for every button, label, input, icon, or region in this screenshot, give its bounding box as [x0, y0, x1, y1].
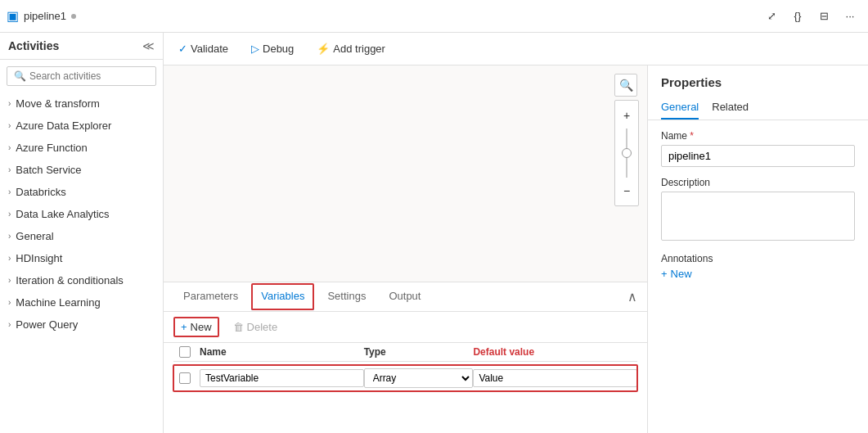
- plus-icon: +: [181, 321, 187, 333]
- description-field: Description: [661, 177, 855, 243]
- row-checkbox[interactable]: [179, 372, 191, 384]
- zoom-out-button[interactable]: −: [615, 179, 638, 202]
- add-trigger-button[interactable]: ⚡ Add trigger: [312, 39, 390, 58]
- info-icon-btn[interactable]: ⊟: [812, 5, 835, 28]
- top-bar-left: ▣ pipeline1: [7, 8, 753, 24]
- header-check: [173, 346, 196, 358]
- sidebar-header: Activities ≪: [0, 33, 163, 60]
- search-input[interactable]: [29, 70, 152, 82]
- main-layout: Activities ≪ 🔍 › Move & transform › Azur…: [0, 33, 868, 433]
- sidebar-items: › Move & transform › Azure Data Explorer…: [0, 92, 163, 433]
- tab-parameters[interactable]: Parameters: [173, 283, 248, 310]
- delete-icon: 🗑: [233, 321, 244, 333]
- annotations-label: Annotations: [661, 253, 855, 264]
- select-all-checkbox[interactable]: [179, 346, 191, 358]
- sidebar-item-data-lake-analytics[interactable]: › Data Lake Analytics: [0, 203, 163, 225]
- code-icon-btn[interactable]: {}: [786, 5, 809, 28]
- tab-variables[interactable]: Variables: [251, 283, 314, 310]
- chevron-icon: ›: [8, 165, 11, 174]
- chevron-icon: ›: [8, 210, 11, 219]
- sidebar-item-label: Data Lake Analytics: [16, 208, 109, 220]
- sidebar-item-machine-learning[interactable]: › Machine Learning: [0, 291, 163, 313]
- sidebar-item-move-transform[interactable]: › Move & transform: [0, 92, 163, 115]
- sidebar-item-label: General: [16, 230, 53, 242]
- sidebar-item-hdinsight[interactable]: › HDInsight: [0, 247, 163, 269]
- name-field: Name *: [661, 130, 855, 167]
- delete-btn-label: Delete: [247, 321, 278, 333]
- top-bar-right: ⤢ {} ⊟ ···: [760, 5, 861, 28]
- chevron-icon: ›: [8, 276, 11, 285]
- sidebar-title: Activities: [8, 39, 59, 52]
- sidebar-item-azure-function[interactable]: › Azure Function: [0, 137, 163, 159]
- debug-icon: ▷: [251, 43, 259, 55]
- sidebar-item-label: HDInsight: [16, 252, 62, 264]
- sidebar-item-label: Databricks: [16, 186, 65, 198]
- header-type: Type: [364, 346, 474, 358]
- chevron-icon: ›: [8, 143, 11, 152]
- chevron-icon: ›: [8, 187, 11, 196]
- expand-icon-btn[interactable]: ⤢: [760, 5, 783, 28]
- sidebar-item-iteration-conditionals[interactable]: › Iteration & conditionals: [0, 269, 163, 291]
- right-tabs: General Related: [648, 96, 868, 120]
- collapse-icon[interactable]: ≪: [142, 39, 155, 52]
- required-star: *: [690, 130, 694, 142]
- tab-general[interactable]: General: [661, 96, 699, 120]
- bottom-panel: Parameters Variables Settings Output ∧: [164, 282, 647, 433]
- delete-variable-button[interactable]: 🗑 Delete: [226, 317, 286, 337]
- debug-label: Debug: [263, 43, 294, 55]
- right-panel: Properties General Related Name *: [647, 65, 868, 433]
- new-variable-button[interactable]: + New: [173, 317, 219, 337]
- zoom-slider-container: + −: [614, 100, 639, 206]
- sidebar-item-azure-data-explorer[interactable]: › Azure Data Explorer: [0, 115, 163, 137]
- canvas-area: 🔍 + −: [164, 65, 647, 282]
- search-icon: 🔍: [14, 70, 26, 82]
- variable-type-select[interactable]: Array String Boolean Integer: [364, 368, 474, 388]
- pipeline-title: pipeline1: [24, 10, 66, 22]
- chevron-icon: ›: [8, 320, 11, 329]
- validate-button[interactable]: ✓ Validate: [173, 39, 233, 58]
- unsaved-indicator: [71, 14, 76, 19]
- toolbar: ✓ Validate ▷ Debug ⚡ Add trigger: [164, 33, 868, 65]
- chevron-icon: ›: [8, 99, 11, 108]
- plus-icon: +: [661, 268, 668, 280]
- tab-settings[interactable]: Settings: [317, 283, 376, 310]
- chevron-icon: ›: [8, 254, 11, 263]
- more-icon-btn[interactable]: ···: [839, 5, 861, 28]
- sidebar-item-power-query[interactable]: › Power Query: [0, 313, 163, 336]
- chevron-icon: ›: [8, 298, 11, 307]
- variables-table: Name Type Default value: [164, 343, 647, 391]
- variable-default-input[interactable]: [473, 369, 637, 387]
- sidebar-item-label: Iteration & conditionals: [16, 274, 124, 286]
- row-check: [173, 372, 196, 384]
- sidebar-item-label: Move & transform: [16, 97, 100, 110]
- debug-button[interactable]: ▷ Debug: [246, 39, 299, 58]
- chevron-icon: ›: [8, 232, 11, 241]
- sidebar-item-label: Power Query: [16, 318, 78, 331]
- sidebar-item-batch-service[interactable]: › Batch Service: [0, 159, 163, 181]
- trigger-icon: ⚡: [317, 43, 330, 55]
- panel-close-icon[interactable]: ∧: [627, 289, 637, 304]
- search-box: 🔍: [7, 66, 156, 86]
- tab-output[interactable]: Output: [379, 283, 430, 310]
- new-btn-label: New: [191, 321, 212, 333]
- right-panel-content: Name * Description Annotations + New: [648, 120, 868, 290]
- validate-label: Validate: [191, 43, 228, 55]
- new-annotation-label: New: [671, 268, 692, 280]
- variable-name-input[interactable]: [200, 369, 364, 387]
- description-textarea[interactable]: [661, 192, 855, 241]
- annotations-field: Annotations + New: [661, 253, 855, 280]
- sidebar-item-general[interactable]: › General: [0, 225, 163, 247]
- name-input[interactable]: [661, 145, 855, 167]
- properties-title: Properties: [648, 65, 868, 96]
- name-label: Name *: [661, 130, 855, 142]
- add-annotation-button[interactable]: + New: [661, 268, 855, 280]
- sidebar: Activities ≪ 🔍 › Move & transform › Azur…: [0, 33, 164, 433]
- tab-related[interactable]: Related: [712, 96, 749, 120]
- zoom-in-button[interactable]: +: [615, 104, 638, 127]
- sidebar-item-label: Machine Learning: [16, 296, 100, 309]
- top-bar: ▣ pipeline1 ⤢ {} ⊟ ···: [0, 0, 868, 33]
- sidebar-item-databricks[interactable]: › Databricks: [0, 181, 163, 203]
- row-type: Array String Boolean Integer: [364, 368, 474, 388]
- zoom-fit-button[interactable]: 🔍: [614, 74, 637, 97]
- row-default: [473, 369, 637, 387]
